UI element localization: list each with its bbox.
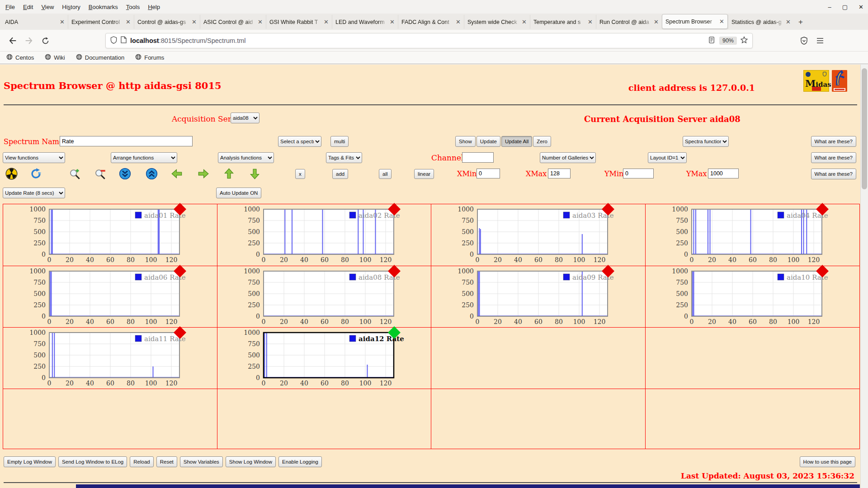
layout-id-select[interactable]: Layout ID=1 bbox=[648, 152, 687, 163]
tab-close-icon[interactable]: ✕ bbox=[654, 19, 659, 25]
arrow-down-icon[interactable] bbox=[249, 168, 261, 180]
tab-close-icon[interactable]: ✕ bbox=[719, 18, 724, 25]
add-button[interactable]: add bbox=[332, 169, 348, 179]
bookmark-star-icon[interactable] bbox=[741, 36, 748, 45]
reset-button[interactable]: Reset bbox=[156, 456, 177, 467]
multi-button[interactable]: multi bbox=[330, 136, 349, 147]
xmax-input[interactable] bbox=[548, 169, 571, 178]
enable-logging-button[interactable]: Enable Logging bbox=[278, 456, 322, 467]
back-icon[interactable] bbox=[6, 34, 19, 47]
url-bar[interactable]: localhost:8015/Spectrum/Spectrum.tml 90% bbox=[105, 33, 753, 48]
bookmark-centos[interactable]: Centos bbox=[6, 54, 34, 61]
forward-icon[interactable] bbox=[23, 34, 35, 47]
tab-close-icon[interactable]: ✕ bbox=[126, 19, 131, 25]
tab-control-aidas-gs[interactable]: Control @ aidas-gs✕ bbox=[134, 15, 200, 29]
tab-temperature-and-s[interactable]: Temperature and s✕ bbox=[530, 15, 596, 29]
empty-log-window-button[interactable]: Empty Log Window bbox=[4, 456, 56, 467]
analysis-functions-select[interactable]: Analysis functions bbox=[218, 152, 274, 163]
show-variables-button[interactable]: Show Variables bbox=[180, 456, 223, 467]
tab-system-wide-check[interactable]: System wide Check✕ bbox=[464, 15, 530, 29]
tab-close-icon[interactable]: ✕ bbox=[588, 19, 593, 25]
page-up-icon[interactable] bbox=[146, 168, 158, 180]
tab-spectrum-browser[interactable]: Spectrum Browser✕ bbox=[662, 14, 728, 29]
menu-edit[interactable]: Edit bbox=[23, 4, 33, 10]
arrow-right-icon[interactable] bbox=[197, 168, 209, 180]
arrange-functions-select[interactable]: Arrange functions bbox=[111, 152, 177, 163]
tab-run-control-aida[interactable]: Run Control @ aida✕ bbox=[596, 15, 662, 29]
scrollbar[interactable] bbox=[860, 65, 868, 488]
auto-update-button[interactable]: Auto Update ON bbox=[216, 188, 261, 198]
arrow-up-icon[interactable] bbox=[223, 168, 235, 180]
tab-close-icon[interactable]: ✕ bbox=[324, 19, 329, 25]
arrow-left-icon[interactable] bbox=[171, 168, 183, 180]
channel-input[interactable] bbox=[462, 152, 494, 163]
reload-icon[interactable] bbox=[39, 34, 52, 47]
tab-fadc-align-cont[interactable]: FADC Align & Cont✕ bbox=[398, 15, 464, 29]
send-log-window-to-elog-button[interactable]: Send Log Window to ELog bbox=[58, 456, 127, 467]
bookmark-wiki[interactable]: Wiki bbox=[45, 54, 65, 61]
menu-tools[interactable]: Tools bbox=[126, 4, 140, 10]
spectrum-chart[interactable]: 02505007501000020406080100120aida08 Rate bbox=[224, 268, 427, 325]
update-button[interactable]: Update bbox=[476, 136, 500, 147]
linear-button[interactable]: linear bbox=[414, 169, 434, 179]
tab-close-icon[interactable]: ✕ bbox=[60, 19, 65, 25]
how-to-use-button[interactable]: How to use this page bbox=[800, 456, 855, 467]
menu-history[interactable]: History bbox=[62, 4, 80, 10]
tab-close-icon[interactable]: ✕ bbox=[258, 19, 263, 25]
spectra-functions-select[interactable]: Spectra functions bbox=[683, 136, 729, 147]
spectrum-chart[interactable]: 02505007501000020406080100120aida06 Rate bbox=[9, 268, 213, 325]
ymin-input[interactable] bbox=[623, 169, 654, 178]
hamburger-menu-icon[interactable] bbox=[814, 34, 826, 47]
what-are-these-button-3[interactable]: What are these? bbox=[811, 169, 856, 179]
zoom-out-icon[interactable] bbox=[94, 168, 106, 180]
new-tab-button[interactable]: + bbox=[794, 15, 807, 29]
menu-bookmarks[interactable]: Bookmarks bbox=[89, 4, 118, 10]
tab-asic-control-aid[interactable]: ASIC Control @ aid✕ bbox=[200, 15, 266, 29]
tab-close-icon[interactable]: ✕ bbox=[522, 19, 527, 25]
spectrum-chart[interactable]: 02505007501000020406080100120aida10 Rate bbox=[652, 268, 855, 325]
select-spectrum-select[interactable]: Select a spectrum bbox=[278, 136, 321, 147]
tab-close-icon[interactable]: ✕ bbox=[192, 19, 197, 25]
menu-help[interactable]: Help bbox=[148, 4, 160, 10]
what-are-these-button-2[interactable]: What are these? bbox=[811, 152, 856, 163]
update-all-button[interactable]: Update All bbox=[501, 136, 532, 147]
spectrum-chart[interactable]: 02505007501000020406080100120aida02 Rate bbox=[224, 206, 427, 263]
acquisition-server-select[interactable]: aida08 bbox=[231, 113, 259, 123]
bookmark-documentation[interactable]: Documentation bbox=[76, 54, 124, 61]
spectrum-chart[interactable]: 02505007501000020406080100120aida11 Rate bbox=[9, 330, 213, 387]
bookmark-forums[interactable]: Forums bbox=[135, 54, 164, 61]
spectrum-chart[interactable]: 02505007501000020406080100120aida09 Rate bbox=[438, 268, 641, 325]
tab-statistics-aidas-g[interactable]: Statistics @ aidas-g✕ bbox=[728, 15, 794, 29]
show-button[interactable]: Show bbox=[455, 136, 476, 147]
all-button[interactable]: all bbox=[379, 169, 392, 179]
menu-view[interactable]: View bbox=[41, 4, 54, 10]
tab-close-icon[interactable]: ✕ bbox=[456, 19, 461, 25]
minimize-icon[interactable]: – bbox=[828, 4, 831, 10]
close-icon[interactable]: ✕ bbox=[859, 4, 863, 10]
spectrum-chart[interactable]: 02505007501000020406080100120aida04 Rate bbox=[652, 206, 855, 263]
update-rate-select[interactable]: Update Rate (8 secs) bbox=[3, 188, 65, 198]
xmin-input[interactable] bbox=[476, 169, 500, 178]
x-axis-button[interactable]: x bbox=[295, 169, 305, 179]
scrollbar-thumb[interactable] bbox=[862, 68, 867, 189]
tab-close-icon[interactable]: ✕ bbox=[390, 19, 395, 25]
zoom-in-icon[interactable] bbox=[69, 168, 81, 180]
spectrum-chart[interactable]: 02505007501000020406080100120aida03 Rate bbox=[438, 206, 641, 263]
what-are-these-button-1[interactable]: What are these? bbox=[811, 136, 856, 147]
reader-mode-icon[interactable] bbox=[709, 37, 716, 45]
tab-close-icon[interactable]: ✕ bbox=[786, 19, 791, 25]
tab-aida[interactable]: AIDA✕ bbox=[2, 15, 68, 29]
tracking-shield-icon[interactable] bbox=[110, 36, 117, 46]
url-text[interactable]: localhost:8015/Spectrum/Spectrum.tml bbox=[130, 37, 705, 44]
tags-fits-select[interactable]: Tags & Fits bbox=[326, 152, 362, 163]
tab-gsi-white-rabbit-t[interactable]: GSI White Rabbit T✕ bbox=[266, 15, 332, 29]
reload-button[interactable]: Reload bbox=[130, 456, 153, 467]
tab-led-and-waveform[interactable]: LED and Waveform✕ bbox=[332, 15, 398, 29]
menu-file[interactable]: File bbox=[5, 4, 15, 10]
page-info-icon[interactable] bbox=[121, 36, 127, 45]
show-log-window-button[interactable]: Show Log Window bbox=[226, 456, 276, 467]
page-down-icon[interactable] bbox=[119, 168, 131, 180]
spectrum-chart[interactable]: 02505007501000020406080100120aida01 Rate bbox=[9, 206, 213, 263]
ymax-input[interactable] bbox=[708, 169, 739, 178]
view-functions-select[interactable]: View functions bbox=[3, 152, 65, 163]
